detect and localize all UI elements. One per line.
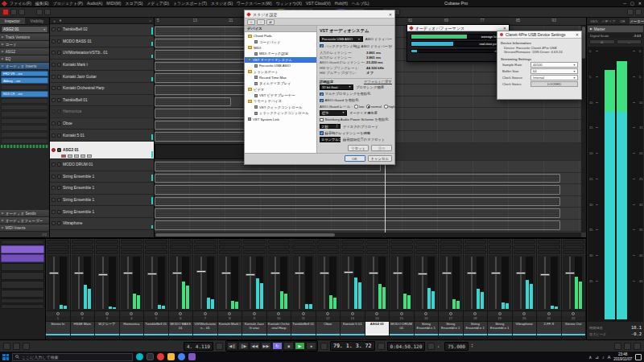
channel-name[interactable]: HSSE Main — [71, 321, 95, 334]
record-enable-button[interactable] — [52, 109, 56, 113]
mixer-left-row[interactable] — [1, 281, 44, 289]
locator-display[interactable]: 4. 4.119 — [184, 342, 213, 351]
record-offset-spinner[interactable]: 0 サンプル▲▼ — [320, 137, 341, 142]
mixer-channel[interactable]: 9Kontakt Jazz G uitar — [242, 239, 267, 339]
track-row[interactable]: UVIWorkstationVST3i.. 01 — [50, 47, 154, 60]
record-button[interactable]: ● — [306, 342, 316, 350]
fader-handle[interactable] — [369, 272, 378, 274]
fader-handle[interactable] — [123, 272, 133, 274]
recorder-app-icon[interactable] — [157, 353, 164, 360]
menu-item[interactable]: トランスポート(T) — [173, 1, 207, 6]
channel-name[interactable]: Harmonica — [120, 321, 144, 334]
cancel-button[interactable]: キャンセル — [368, 155, 392, 162]
pan-control[interactable] — [46, 311, 70, 316]
menu-item[interactable]: Audio(A) — [87, 1, 102, 6]
close-icon[interactable]: ✕ — [638, 0, 642, 6]
toolbar-options-icon[interactable] — [635, 9, 642, 15]
reset-button[interactable]: リセット — [348, 145, 369, 151]
tray-expand-icon[interactable]: ∧ — [588, 355, 592, 360]
file-explorer-icon[interactable] — [167, 353, 175, 360]
insert-slot[interactable]: N13 C9 ...eo — [1, 91, 48, 97]
fader-handle[interactable] — [540, 274, 550, 276]
transport-performance-icon[interactable] — [13, 343, 20, 350]
pan-control[interactable] — [562, 311, 586, 316]
pan-control[interactable] — [341, 311, 365, 316]
mixer-left-row[interactable] — [1, 272, 44, 280]
fader-handle[interactable] — [196, 270, 206, 273]
channel-name[interactable]: Vibraphone — [513, 321, 537, 334]
network-icon[interactable]: ⊿ — [595, 355, 599, 360]
insert-slot[interactable] — [1, 118, 48, 124]
mixer-channel[interactable]: 2HSSE Main — [71, 239, 96, 339]
monitor-button[interactable] — [57, 109, 61, 113]
settings-dropdown[interactable]: 64▼ — [530, 68, 578, 74]
fader-handle[interactable] — [172, 272, 182, 274]
record-enable-button[interactable] — [52, 175, 56, 179]
track-row[interactable]: String Ensemble 1 — [50, 206, 154, 218]
mixer-channel[interactable]: 8Kontakt Mark I — [218, 239, 243, 339]
tree-item[interactable]: MIDI ポートの設定 — [245, 51, 316, 56]
pan-control[interactable] — [71, 311, 95, 316]
inspector-section[interactable]: ▶コード — [0, 41, 49, 48]
mixer-channel[interactable]: 14ASG2 01 — [365, 239, 390, 339]
monitor-button[interactable] — [57, 63, 61, 67]
pan-control[interactable] — [267, 311, 291, 316]
close-icon[interactable]: ✕ — [503, 26, 506, 31]
channel-name[interactable]: Kontakt Mark I — [218, 321, 242, 334]
sync-icon[interactable] — [624, 343, 631, 350]
pan-control[interactable] — [95, 311, 119, 316]
pan-control[interactable] — [439, 311, 463, 316]
guard-level-radio-high[interactable]: high — [384, 105, 395, 109]
inspector-section[interactable]: ▶Track Versions — [0, 34, 49, 41]
mixer-channel[interactable]: 4Harmonica — [120, 239, 145, 339]
inspector-section[interactable]: ▶ASG2 — [0, 48, 49, 56]
pan-control[interactable] — [120, 311, 144, 316]
metronome-icon[interactable] — [614, 343, 621, 350]
channel-name[interactable]: Stereo In — [46, 321, 70, 334]
stop-button[interactable]: ■ — [283, 342, 294, 350]
monitor-button[interactable] — [57, 86, 61, 90]
punch-in-icon[interactable] — [216, 343, 223, 350]
power-scheme-checkbox[interactable]: Steinberg Audio Power Scheme を有効化 — [320, 117, 392, 121]
monitor-button[interactable] — [57, 186, 61, 190]
record-enable-button[interactable] — [52, 186, 56, 190]
transport-constrain-icon[interactable] — [3, 343, 10, 350]
record-enable-button[interactable] — [52, 221, 56, 225]
inspector-track-name[interactable]: ASG2 01▼ — [1, 26, 48, 33]
channel-name[interactable]: MODO DRUM 01 — [390, 321, 414, 334]
fader-handle[interactable] — [295, 272, 304, 274]
tempo-spinner[interactable]: ▲▼ — [471, 343, 473, 348]
track-search-icon[interactable]: ⌕ — [150, 19, 151, 23]
pan-control[interactable] — [316, 311, 341, 316]
reset-device-button[interactable]: ⇄ — [266, 19, 275, 25]
monitor-button[interactable] — [57, 121, 61, 125]
pan-control[interactable] — [464, 311, 488, 316]
insert-slot[interactable] — [1, 98, 48, 104]
inspector-section[interactable]: ▶オーディオ Sends — [0, 210, 49, 217]
fader-handle[interactable] — [565, 272, 575, 274]
midi-event[interactable] — [155, 220, 560, 230]
fader-handle[interactable] — [320, 272, 329, 274]
meter-reset-button[interactable]: ⊘ — [589, 39, 615, 44]
transport-common-icon[interactable] — [23, 343, 30, 350]
menu-item[interactable]: メディア(D) — [147, 1, 168, 6]
processing-precision-dropdown[interactable]: 32 bit float▼ — [320, 84, 353, 90]
track-row[interactable]: MODO BASS 01 — [50, 36, 154, 48]
right-zone-tab[interactable]: CR — [616, 18, 630, 24]
inspector-section[interactable]: ▶オーディオフェーダー — [0, 217, 49, 224]
asio-driver-dropdown[interactable]: Focusrite USB ASIO▼ — [320, 36, 363, 42]
record-icon[interactable] — [61, 154, 66, 158]
pan-control[interactable] — [193, 311, 217, 316]
right-zone-tab[interactable]: VSTi — [587, 18, 601, 24]
record-enable-button[interactable] — [52, 134, 56, 138]
track-lane[interactable] — [155, 184, 581, 196]
insert-slot[interactable]: Abbey ...eo — [1, 77, 48, 83]
ime-indicator[interactable]: A — [608, 355, 611, 360]
tool-range-icon[interactable] — [44, 9, 51, 15]
tree-item[interactable]: タイムディスプレイ — [245, 80, 316, 86]
right-zone-tab[interactable]: メディア — [601, 18, 616, 24]
remove-device-button[interactable]: − — [257, 19, 265, 25]
track-button[interactable] — [74, 154, 79, 158]
channel-name[interactable]: Wグループ — [95, 321, 119, 334]
inspector-section[interactable]: ▶EQ — [0, 56, 49, 63]
